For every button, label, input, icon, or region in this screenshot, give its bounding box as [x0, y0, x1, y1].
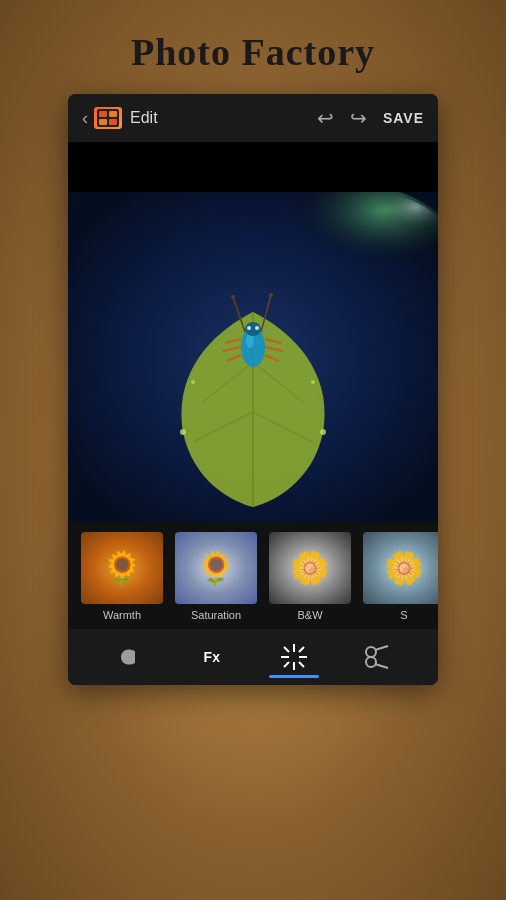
nav-adjust[interactable]: [88, 643, 171, 671]
magic-icon: [281, 644, 307, 670]
bw-thumbnail: 🌼: [269, 532, 351, 604]
svg-line-42: [375, 646, 388, 650]
svg-point-16: [311, 380, 315, 384]
toolbar-title: Edit: [130, 109, 317, 127]
nav-fx[interactable]: Fx: [171, 649, 254, 665]
svg-point-41: [366, 657, 376, 667]
svg-line-43: [375, 664, 388, 668]
svg-line-38: [299, 647, 304, 652]
saturation-icon: 🌻: [196, 549, 236, 587]
svg-point-20: [269, 293, 273, 297]
svg-rect-4: [109, 119, 117, 125]
svg-point-24: [247, 326, 251, 330]
bw-label: B&W: [297, 609, 322, 621]
nav-scissors[interactable]: [336, 644, 419, 670]
svg-line-39: [284, 662, 289, 667]
warmth-thumbnail: 🌻: [81, 532, 163, 604]
svg-point-13: [180, 429, 186, 435]
s-label: S: [400, 609, 407, 621]
fx-label: Fx: [204, 649, 220, 665]
undo-button[interactable]: ↩: [317, 106, 334, 130]
filter-s[interactable]: 🌼 S: [360, 532, 438, 629]
app-title: Photo Factory: [111, 0, 395, 94]
svg-point-15: [191, 380, 195, 384]
adjust-icon: [117, 643, 141, 671]
svg-rect-1: [99, 111, 107, 117]
scene-svg: [68, 192, 438, 522]
warmth-label: Warmth: [103, 609, 141, 621]
svg-point-18: [231, 295, 235, 299]
saturation-label: Saturation: [191, 609, 241, 621]
filter-warmth[interactable]: 🌻 Warmth: [78, 532, 166, 629]
saturation-thumbnail: 🌻: [175, 532, 257, 604]
scissors-icon: [364, 644, 390, 670]
phone-container: ‹ Edit ↩ ↪ SAVE: [68, 94, 438, 685]
bw-icon: 🌼: [290, 549, 330, 587]
warmth-icon: 🌻: [102, 549, 142, 587]
image-spacer: [68, 142, 438, 192]
svg-point-14: [320, 429, 326, 435]
main-image: [68, 192, 438, 522]
svg-point-25: [255, 326, 259, 330]
svg-rect-2: [109, 111, 117, 117]
svg-rect-3: [99, 119, 107, 125]
redo-button[interactable]: ↪: [350, 106, 367, 130]
bottom-nav: Fx: [68, 629, 438, 685]
filter-bw[interactable]: 🌼 B&W: [266, 532, 354, 629]
back-button[interactable]: ‹: [82, 108, 88, 129]
toolbar: ‹ Edit ↩ ↪ SAVE: [68, 94, 438, 142]
svg-line-37: [299, 662, 304, 667]
nav-magic[interactable]: [253, 644, 336, 670]
s-thumbnail: 🌼: [363, 532, 438, 604]
s-icon: 🌼: [384, 549, 424, 587]
filter-saturation[interactable]: 🌻 Saturation: [172, 532, 260, 629]
thumbnail-strip: 🌻 Warmth 🌻 Saturation 🌼 B&W 🌼 S: [68, 522, 438, 629]
svg-point-40: [366, 647, 376, 657]
svg-line-36: [284, 647, 289, 652]
app-icon: [94, 107, 122, 129]
svg-point-22: [246, 334, 254, 348]
save-button[interactable]: SAVE: [383, 110, 424, 126]
